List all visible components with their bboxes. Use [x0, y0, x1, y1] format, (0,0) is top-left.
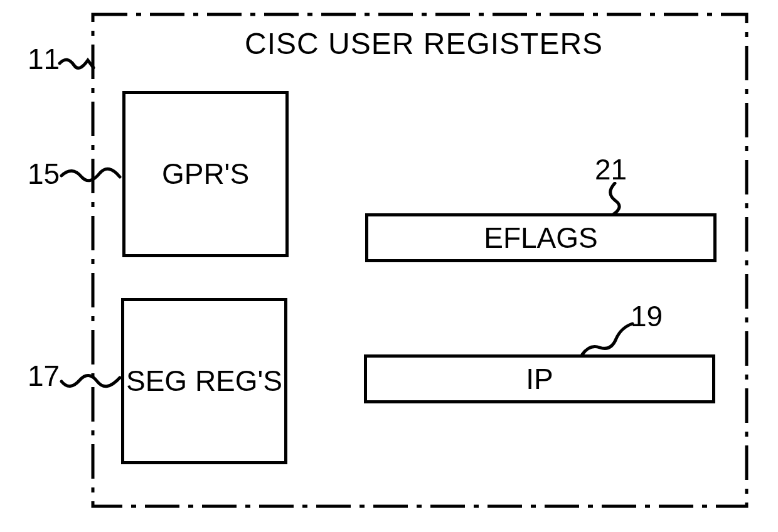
ip-box: IP: [364, 354, 715, 403]
ref-17: 17: [28, 359, 60, 393]
seg-regs-label: SEG REG'S: [126, 364, 282, 398]
eflags-box: EFLAGS: [365, 213, 717, 262]
leader-17: [60, 369, 122, 394]
leader-21: [599, 182, 631, 216]
eflags-label: EFLAGS: [484, 221, 598, 255]
diagram-canvas: CISC USER REGISTERS GPR'S SEG REG'S EFLA…: [0, 0, 778, 532]
ref-11: 11: [28, 42, 60, 76]
ip-label: IP: [526, 363, 553, 396]
leader-15: [60, 164, 122, 189]
gprs-box: GPR'S: [122, 91, 289, 257]
gprs-label: GPR'S: [162, 157, 249, 191]
seg-regs-box: SEG REG'S: [121, 298, 287, 464]
ref-15: 15: [28, 157, 60, 191]
ref-19: 19: [631, 299, 663, 333]
leader-11: [58, 54, 95, 79]
leader-19: [578, 320, 635, 358]
ref-21: 21: [595, 152, 627, 186]
container-title: CISC USER REGISTERS: [245, 26, 603, 61]
